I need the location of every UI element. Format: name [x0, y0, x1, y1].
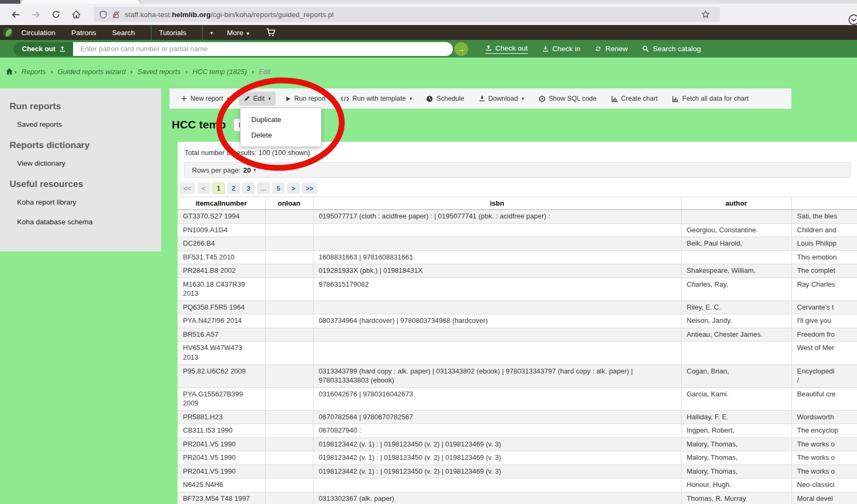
nav-separator: [151, 25, 151, 40]
table-row: PYA.N427I96 20140803734964 (hardcover) |…: [178, 314, 857, 328]
sidebar-item-koha-database-schema[interactable]: Koha database schema: [17, 218, 156, 226]
cell-author: Riley, E. C.: [681, 300, 791, 314]
menu-item-delete[interactable]: Delete: [241, 127, 321, 143]
cell-author: Halliday, F. E.: [681, 410, 791, 424]
nav-item-more[interactable]: More▾: [227, 29, 249, 37]
back-icon[interactable]: [7, 6, 23, 22]
patron-search-submit-button[interactable]: →: [454, 42, 468, 56]
page-3-button[interactable]: 3: [242, 183, 255, 194]
cell-onloan: [265, 250, 313, 264]
search-catalog-link[interactable]: Search catalog: [642, 45, 701, 53]
patron-search-input[interactable]: [73, 42, 453, 56]
cell-title: Moral devel: [791, 492, 857, 504]
sidebar-item-koha-report-library[interactable]: Koha report library: [17, 198, 156, 206]
insecure-lock-icon[interactable]: [112, 11, 120, 19]
cell-isbn: 0195077717 (cloth : acidfree paper) : | …: [313, 210, 681, 224]
cell-title: The encyclop: [791, 424, 857, 438]
cell-itemcallnumber: BF531.T45 2010: [178, 250, 265, 264]
browser-extension-icon[interactable]: [848, 14, 857, 26]
renew-link[interactable]: Renew: [595, 45, 628, 53]
cell-itemcallnumber: PYA.G155627B399 2009: [178, 387, 265, 410]
run-report-button[interactable]: Run report: [281, 92, 331, 105]
clock-icon: [426, 95, 433, 102]
page-2-button[interactable]: 2: [227, 183, 240, 194]
table-row: PYA.G155627B399 20090316042676 | 9780316…: [178, 387, 857, 410]
reports-sidebar: Run reports Saved reports Reports dictio…: [0, 88, 161, 251]
cell-author: Shakespeare, William,: [681, 264, 791, 278]
bookmark-star-icon[interactable]: [701, 10, 710, 19]
edit-dropdown-list: DuplicateDelete: [241, 112, 321, 143]
menu-item-duplicate[interactable]: Duplicate: [241, 112, 321, 127]
show-sql-code-button[interactable]: Show SQL code: [534, 92, 602, 105]
cell-title: This emotion: [791, 250, 857, 264]
reload-icon[interactable]: [48, 6, 64, 22]
sidebar-item-view-dictionary[interactable]: View dictionary: [17, 159, 156, 167]
rows-per-page-control[interactable]: Rows per page: 20 ▾: [184, 162, 851, 178]
breadcrumb-saved-reports[interactable]: Saved reports: [138, 68, 181, 76]
cart-icon[interactable]: [266, 28, 276, 37]
cell-onloan: [265, 465, 313, 478]
cell-author: Nelson, Jandy.: [681, 314, 791, 328]
check-in-label: Check in: [552, 45, 581, 53]
table-row: GT3370.S27 19940195077717 (cloth : acidf…: [178, 210, 857, 224]
cell-onloan: [265, 451, 313, 465]
tab-strip-dark-segment: [0, 0, 20, 4]
new-report-button[interactable]: New report▾: [176, 92, 234, 105]
nav-item-circulation[interactable]: Circulation: [21, 29, 55, 37]
cell-onloan: [265, 387, 313, 410]
cell-author: Ingpen, Robert,: [681, 424, 791, 438]
results-table-body: GT3370.S27 19940195077717 (cloth : acidf…: [178, 210, 857, 504]
cell-isbn: 0198123442 (v. 1) : | 0198123450 (v. 2) …: [313, 465, 681, 478]
cell-title: Louis Philipp: [791, 237, 857, 251]
cell-itemcallnumber: PQ6358.F5R5 1964: [178, 300, 265, 314]
page-5-button[interactable]: 5: [272, 183, 285, 194]
breadcrumb-guided-reports-wizard[interactable]: Guided reports wizard: [58, 68, 125, 76]
breadcrumb-report-name[interactable]: HCC temp (1825): [193, 68, 247, 76]
cell-title: Sati, the bles: [791, 210, 857, 224]
forward-icon[interactable]: [28, 6, 44, 22]
sidebar-item-saved-reports[interactable]: Saved reports: [17, 120, 156, 128]
create-chart-button[interactable]: Create chart: [606, 92, 663, 105]
url-bar[interactable]: staff.koha-test.helmlib.org/cgi-bin/koha…: [94, 7, 720, 22]
check-out-link[interactable]: Check out: [485, 44, 528, 54]
fetch-all-data-for-chart-button[interactable]: Fetch all data for chart: [667, 92, 753, 105]
tracking-protection-shield-icon[interactable]: [99, 11, 107, 19]
nav-item-tutorials[interactable]: Tutorials: [159, 29, 186, 37]
next-page-button[interactable]: >: [287, 183, 300, 194]
check-out-label: Check out: [13, 42, 73, 56]
pencil-icon: [244, 95, 250, 102]
table-row: PR2041.V5 19900198123442 (v. 1) : | 0198…: [178, 437, 857, 451]
cell-itemcallnumber: P95.82.U6C62 2009: [178, 364, 265, 387]
column-header-author: author: [681, 197, 791, 210]
breadcrumb-reports[interactable]: Reports: [21, 68, 46, 76]
sidebar-heading-reports-dictionary: Reports dictionary: [10, 140, 156, 151]
last-page-button[interactable]: >>: [302, 183, 317, 194]
active-browser-tab[interactable]: [21, 0, 140, 4]
nav-item-search[interactable]: Search: [112, 29, 135, 37]
schedule-button[interactable]: Schedule: [421, 92, 469, 105]
check-in-link[interactable]: Check in: [542, 45, 581, 53]
caret-down-icon: ▾: [268, 96, 271, 101]
nav-separator: [202, 25, 203, 40]
results-panel: Total number of results: 100 (100 shown)…: [178, 142, 857, 504]
caret-down-icon[interactable]: ▾: [210, 30, 213, 36]
edit-button[interactable]: Edit▾: [239, 92, 276, 105]
cell-onloan: [265, 223, 313, 237]
code-icon: [340, 96, 349, 102]
home-icon[interactable]: [68, 6, 84, 22]
download-icon: [479, 95, 485, 102]
download-button[interactable]: Download▾: [474, 92, 529, 105]
edit-dropdown-menu: DuplicateDelete: [240, 108, 322, 147]
checkin-icon: [542, 46, 549, 52]
run-report-label: Run report: [294, 95, 326, 102]
download-label: Download: [488, 95, 518, 102]
cell-title: The complet: [791, 264, 857, 278]
table-row: PR2841.B8 2002019281933X (pbk.) | 019818…: [178, 264, 857, 278]
cell-isbn: 0313302367 (alk. paper): [313, 492, 681, 504]
upload-icon: [485, 45, 492, 51]
rows-per-page-label: Rows per page:: [192, 166, 241, 174]
run-with-template-button[interactable]: Run with template▾: [335, 92, 417, 105]
page-1-button[interactable]: 1: [212, 183, 225, 194]
nav-item-patrons[interactable]: Patrons: [71, 29, 97, 37]
home-breadcrumb-icon[interactable]: [5, 68, 13, 75]
